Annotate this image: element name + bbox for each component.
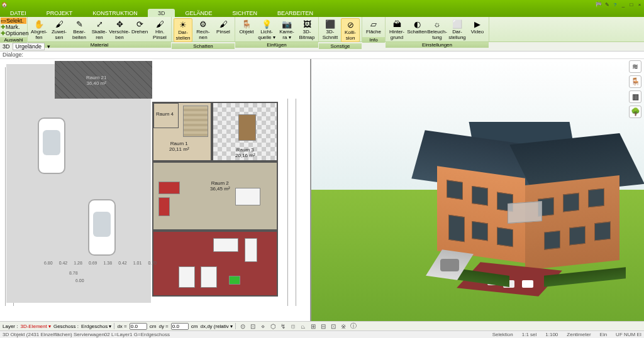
window-s2 (563, 193, 579, 212)
ribbon-d[interactable]: ⬛3D-Schnitt (321, 18, 340, 42)
patio-sofa-2 (245, 238, 257, 262)
terrain-select[interactable]: Urgelände (13, 43, 45, 50)
ribbon-skalie[interactable]: ⤢Skalie-ren (90, 18, 109, 41)
snap-btn-8[interactable]: ⊟ (319, 322, 328, 330)
snap-btn-1[interactable]: ⊡ (248, 322, 257, 330)
dining-table (238, 114, 256, 141)
view-2d[interactable]: Raum 2136,40 m² Raum 4 Raum 120,11 m² (0, 59, 311, 321)
view-3d[interactable]: ≋ 🪑 ▦ 🌳 (311, 59, 644, 321)
bottom-toolbar: Layer : 3D-Element ▾ Geschoss : Erdgesch… (0, 321, 644, 330)
menu-tab-bearbeiten[interactable]: BEARBEITEN (267, 9, 323, 17)
tool-furniture-icon[interactable]: 🪑 (629, 75, 641, 88)
window-f2 (472, 186, 488, 206)
room1-label: Raum 120,11 m² (169, 141, 189, 152)
snap-btn-9[interactable]: ⊡ (329, 322, 338, 330)
ribbon-d[interactable]: 🖼3D-Bitmap (297, 18, 316, 41)
sofa-red-2 (158, 197, 170, 216)
tool-texture-icon[interactable]: ▦ (629, 90, 641, 103)
snap-btn-4[interactable]: ↯ (279, 322, 287, 330)
main-content: Raum 2136,40 m² Raum 4 Raum 120,11 m² (0, 59, 644, 321)
pencil-icon[interactable]: ✎ (604, 1, 610, 8)
flag-icon[interactable]: 🏁 (596, 1, 602, 8)
menu-tabs: DATEIPROJEKTKONSTRUKTION3DGELÄNDESICHTEN… (0, 9, 644, 17)
car-3d (440, 259, 459, 271)
select-button[interactable]: ▭Selekt. (1, 18, 26, 24)
coord-mode-select[interactable]: dx,dy (relativ ▾ (200, 324, 233, 329)
room4-label: Raum 4 (156, 111, 174, 117)
dx-input[interactable] (130, 323, 147, 330)
ribbon-flche[interactable]: ▱Fläche (364, 18, 383, 36)
room21-label: Raum 2136,40 m² (86, 75, 106, 86)
close-button[interactable]: × (636, 1, 643, 8)
ribbon-kolli[interactable]: ⊘Kolli-sion (341, 18, 360, 42)
ribbon-hinter[interactable]: 🏔Hinter-grund (387, 18, 406, 41)
menu-tab-gelände[interactable]: GELÄNDE (175, 9, 222, 17)
menu-tab-projekt[interactable]: PROJEKT (36, 9, 83, 17)
dy-input[interactable] (171, 323, 189, 330)
ribbon-objekt[interactable]: 🪑Objekt (237, 18, 256, 41)
ribbon-zuwei[interactable]: 🖌Zuwei-sen (50, 18, 69, 41)
options-button[interactable]: ✚Optionen (1, 30, 26, 36)
snap-btn-0[interactable]: ⊙ (238, 322, 247, 330)
layer-select[interactable]: 3D-Element ▾ (20, 324, 50, 329)
ribbon-rech[interactable]: ⚙Rech-nen (194, 18, 213, 42)
group-label: Info (362, 37, 385, 43)
status-scale: 1:1 sel (522, 332, 537, 337)
patio-table-3d (522, 280, 533, 288)
ribbon-licht[interactable]: 💡Licht-quelle ▾ (257, 18, 276, 41)
menu-tab-konstruktion[interactable]: KONSTRUKTION (82, 9, 148, 17)
menu-tab-datei[interactable]: DATEI (0, 9, 36, 17)
terrain-dropdown-icon[interactable]: ▾ (47, 43, 50, 50)
floor-label: Geschoss : (53, 324, 79, 329)
floor-select[interactable]: Erdgeschos ▾ (81, 324, 111, 329)
snap-btn-5[interactable]: ⎅ (289, 322, 297, 330)
window-s6 (594, 222, 611, 241)
room-4: Raum 4 (153, 103, 179, 128)
ribbon-drehen[interactable]: ⟳Drehen (130, 18, 149, 41)
snap-btn-10[interactable]: ※ (339, 322, 348, 330)
dy-label: dy = (158, 324, 168, 329)
window-f5 (497, 227, 513, 248)
ribbon-dar[interactable]: ☀Dar-stellen (174, 18, 192, 42)
ribbon-beleuch[interactable]: ☼Beleuch-tung (428, 18, 447, 41)
room-3: Raum 320,16 m² (212, 102, 278, 161)
snap-btn-11[interactable]: ⓘ (349, 322, 358, 330)
ribbon-video[interactable]: ▶Video (468, 18, 487, 41)
menu-tab-sichten[interactable]: SICHTEN (222, 9, 267, 17)
dim-878: 8.78 (69, 271, 78, 275)
ribbon-bear[interactable]: ✎Bear-beiten (70, 18, 89, 41)
terrace (152, 231, 278, 297)
room-1: Raum 4 Raum 120,11 m² (152, 102, 212, 161)
status-num: UF NUM EI (616, 332, 641, 337)
ribbon-hin[interactable]: 🖌Hin.Pinsel (150, 18, 169, 41)
lounger-1 (179, 266, 195, 288)
menu-tab-3d[interactable]: 3D (148, 9, 175, 17)
car-1 (38, 117, 65, 174)
tool-tree-icon[interactable]: 🌳 (629, 106, 641, 118)
maximize-button[interactable]: □ (628, 1, 635, 8)
minimize-button[interactable]: _ (620, 1, 626, 8)
room3-label: Raum 320,16 m² (235, 147, 255, 158)
tool-layers-icon[interactable]: ≋ (629, 60, 641, 73)
door-f1 (448, 215, 465, 243)
ribbon-pinsel[interactable]: 🖌Pinsel (214, 18, 233, 42)
mark-button[interactable]: ✚Mark. (1, 24, 26, 30)
cart-selected[interactable] (229, 276, 240, 285)
ribbon-verschie[interactable]: ✥Verschie-ben (110, 18, 129, 41)
ribbon-dar[interactable]: ⬜Dar-stellung (448, 18, 467, 41)
window-s4 (544, 231, 560, 250)
lounger-2 (201, 266, 217, 288)
app-icon: 🏠 (1, 1, 8, 8)
snap-btn-3[interactable]: ⬡ (269, 322, 277, 330)
balcony (508, 201, 542, 224)
ribbon-kame[interactable]: 📷Kame-ra ▾ (277, 18, 296, 41)
help-icon[interactable]: ? (612, 1, 618, 8)
status-ein: Ein (600, 332, 608, 337)
snap-btn-7[interactable]: ⊞ (309, 322, 318, 330)
ribbon-schatten[interactable]: ◐Schatten (408, 18, 426, 41)
group-label: Schatten (172, 43, 235, 49)
snap-btn-2[interactable]: ⋄ (258, 322, 267, 330)
unit-cm-1: cm (150, 324, 157, 329)
ribbon-abgrei[interactable]: ✋Abgrei-fen (30, 18, 48, 41)
snap-btn-6[interactable]: ⏢ (299, 322, 308, 330)
